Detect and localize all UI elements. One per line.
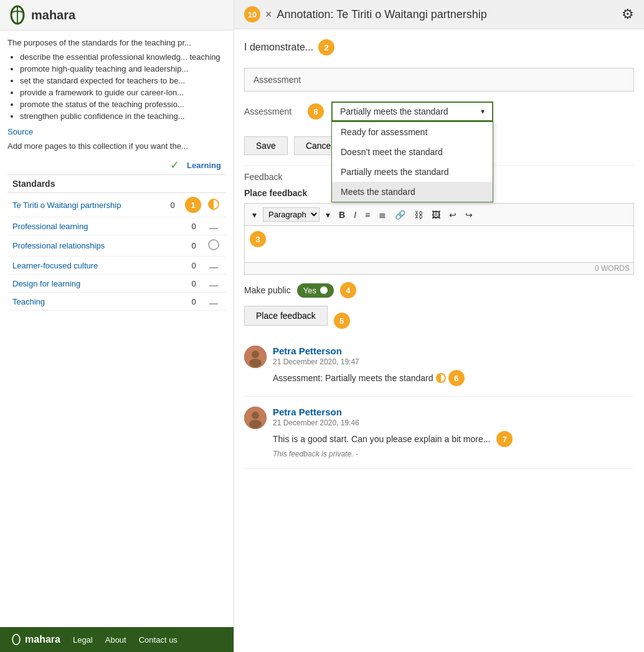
svg-point-8: [249, 420, 262, 428]
chevron-down-icon: ▾: [481, 107, 485, 116]
word-count: 0 WORDS: [244, 263, 634, 275]
bullets-list: describe the essential professional know…: [20, 52, 226, 121]
standard-row[interactable]: Professional learning 0: [7, 217, 226, 235]
ordered-list-button[interactable]: ≣: [376, 209, 389, 221]
dropdown-selected[interactable]: Partially meets the standard ▾: [331, 102, 493, 121]
assessment-dropdown[interactable]: Partially meets the standard ▾ Ready for…: [331, 102, 493, 121]
half-circle-icon-sm-1: [436, 373, 446, 383]
mahara-logo[interactable]: mahara: [7, 5, 75, 25]
feedback-entry-2: Petra Petterson 21 December 2020, 19:46 …: [244, 407, 634, 469]
feedback-body-1: Petra Petterson 21 December 2020, 19:47 …: [273, 346, 634, 386]
std-name-4[interactable]: Learner-focused culture: [12, 261, 181, 270]
header-badge-10: 10: [244, 6, 260, 22]
make-public-row: Make public Yes 4: [244, 282, 634, 298]
feedback-text-2: This is a good start. Can you please exp…: [273, 431, 634, 447]
dash-icon-6: [209, 303, 218, 305]
std-count-5: 0: [186, 279, 201, 288]
std-icon-6: [206, 296, 221, 306]
source-link[interactable]: Source: [7, 127, 226, 136]
std-name-2[interactable]: Professional learning: [12, 222, 181, 231]
std-icon-1: 1: [185, 197, 201, 213]
toolbar-chevron-btn[interactable]: ▾: [250, 209, 259, 221]
toggle-dot: [320, 286, 328, 294]
footer-legal-link[interactable]: Legal: [73, 635, 93, 645]
i-demonstrate-label: I demonstrate...: [244, 42, 313, 53]
svg-point-7: [252, 412, 259, 419]
feedback-date-2: 21 December 2020, 19:46: [273, 418, 634, 427]
assessment-label: Assessment: [244, 106, 300, 116]
footer-contact-link[interactable]: Contact us: [139, 635, 178, 645]
save-button[interactable]: Save: [244, 136, 288, 155]
assessment-section-box: Assessment: [244, 68, 634, 92]
avatar-2: [244, 407, 267, 429]
image-button[interactable]: 🖼: [429, 209, 443, 221]
link-button[interactable]: 🔗: [392, 209, 408, 221]
standard-row[interactable]: Teaching 0: [7, 293, 226, 311]
std-name-3[interactable]: Professional relationships: [12, 241, 181, 250]
editor-badge-3: 3: [250, 231, 266, 247]
make-public-badge-4: 4: [340, 282, 356, 298]
bold-button[interactable]: B: [336, 209, 348, 221]
dropdown-menu: Ready for assessment Doesn't meet the st…: [331, 121, 493, 202]
standard-row[interactable]: Professional relationships 0: [7, 235, 226, 257]
standard-row[interactable]: Design for learning 0: [7, 275, 226, 293]
dropdown-item-3[interactable]: Partially meets the standard: [332, 162, 493, 182]
bullet-1: describe the essential professional know…: [20, 52, 226, 62]
feedback-private-label: This feedback is private. -: [273, 450, 634, 458]
std-name-5[interactable]: Design for learning: [12, 279, 181, 288]
feedback-badge-6: 6: [448, 370, 465, 386]
footer-logo: mahara: [10, 633, 60, 646]
dropdown-item-4[interactable]: Meets the standard: [332, 182, 493, 202]
learning-label: Learning: [187, 161, 221, 170]
feedback-author-2[interactable]: Petra Petterson: [273, 407, 634, 417]
dropdown-selected-text: Partially meets the standard: [340, 106, 448, 116]
assessment-dropdown-row: Assessment 8 Partially meets the standar…: [244, 102, 634, 121]
make-public-toggle[interactable]: Yes: [297, 283, 334, 298]
bullet-list-button[interactable]: ≡: [362, 209, 372, 221]
standard-row[interactable]: Learner-focused culture 0: [7, 257, 226, 275]
unlink-button[interactable]: ⛓: [412, 209, 425, 221]
feedback-entry-1: Petra Petterson 21 December 2020, 19:47 …: [244, 346, 634, 397]
std-name-6[interactable]: Teaching: [12, 297, 181, 306]
assessment-text-1: Assessment: Partially meets the standard: [273, 373, 433, 383]
standards-header-row: ✓ Learning: [7, 156, 226, 174]
toolbar-paragraph-arrow[interactable]: ▾: [323, 209, 333, 221]
std-count-6: 0: [186, 297, 201, 306]
std-icon-3: [206, 239, 221, 252]
right-header-left: 10 × Annotation: Te Tiriti o Waitangi pa…: [244, 6, 487, 22]
close-button[interactable]: ×: [265, 8, 272, 21]
dropdown-item-2[interactable]: Doesn't meet the standard: [332, 142, 493, 162]
std-count-4: 0: [186, 261, 201, 270]
right-panel: 10 × Annotation: Te Tiriti o Waitangi pa…: [234, 0, 644, 652]
std-name-1[interactable]: Te Tiriti o Waitangi partnership: [12, 201, 160, 210]
italic-button[interactable]: I: [351, 209, 359, 221]
std-count-2: 0: [186, 222, 201, 231]
std-icon-4: [206, 260, 221, 270]
intro-text: The purposes of the standards for the te…: [7, 38, 226, 47]
feedback-author-1[interactable]: Petra Petterson: [273, 346, 634, 356]
standards-title: Standards: [7, 174, 226, 193]
standards-section: ✓ Learning Standards Te Tiriti o Waitang…: [7, 156, 226, 311]
i-demonstrate-badge: 2: [318, 39, 334, 55]
redo-button[interactable]: ↪: [463, 209, 475, 221]
add-pages-text: Add more pages to this collection if you…: [7, 141, 226, 151]
std-icon-2: [206, 221, 221, 231]
undo-button[interactable]: ↩: [447, 209, 459, 221]
right-header: 10 × Annotation: Te Tiriti o Waitangi pa…: [234, 0, 644, 29]
dropdown-item-1[interactable]: Ready for assessment: [332, 122, 493, 142]
svg-point-5: [249, 359, 262, 367]
standard-row[interactable]: Te Tiriti o Waitangi partnership 0 1: [7, 193, 226, 217]
place-feedback-btn-row: Place feedback 5: [244, 306, 634, 336]
badge-1: 1: [185, 197, 201, 213]
footer-about-link[interactable]: About: [105, 635, 126, 645]
paragraph-select[interactable]: Paragraph: [263, 207, 320, 222]
std-count-1: 0: [165, 201, 180, 210]
dash-icon-4: [209, 267, 218, 268]
assessment-badge-text: Assessment: Partially meets the standard…: [273, 370, 465, 386]
editor-area[interactable]: 3: [244, 225, 634, 263]
gear-icon[interactable]: ⚙: [622, 6, 634, 22]
feedback-date-1: 21 December 2020, 19:47: [273, 357, 634, 366]
empty-circle-icon-3: [208, 239, 219, 250]
place-feedback-button[interactable]: Place feedback: [244, 306, 328, 326]
feedback-badge-7: 7: [496, 431, 513, 447]
